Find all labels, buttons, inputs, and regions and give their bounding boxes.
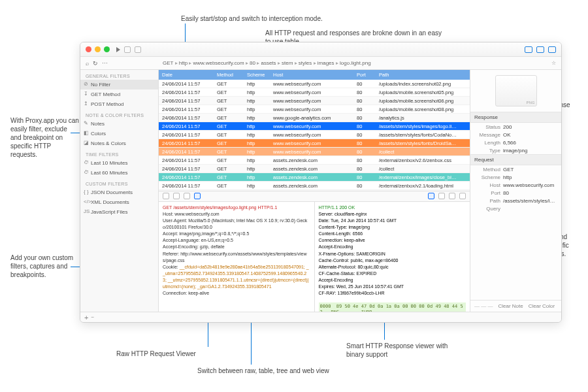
play-button[interactable] <box>116 47 120 52</box>
callout-custom: Add your own custom filters, captures an… <box>10 253 79 279</box>
sidebar-item[interactable]: ⏱Last 60 Minutes <box>80 168 158 178</box>
filter-icon: ✎ <box>84 120 88 126</box>
more-icon[interactable]: ⋯ <box>102 60 108 67</box>
callout-startstop: Easily start/stop and switch to intercep… <box>181 14 351 23</box>
filter-icon: ⏱ <box>84 159 89 165</box>
inspector-kv: Hostwww.websecurify.com <box>470 181 561 189</box>
layout-button-3[interactable] <box>548 46 556 53</box>
filter-icon: ◪ <box>84 140 89 146</box>
table-row[interactable]: 24/06/2014 11:57GEThttpwww.websecurify.c… <box>159 88 470 97</box>
filter-icon: ↧ <box>84 91 88 97</box>
sidebar-item[interactable]: ◪Notes & Colors <box>80 139 158 148</box>
inspector-section-response: Response <box>470 112 561 123</box>
column-header[interactable]: Host <box>270 70 353 80</box>
inspector-kv: Status200 <box>470 123 561 131</box>
clear-color-button[interactable]: Clear Color <box>529 303 555 309</box>
view-mode-tree-right[interactable] <box>449 193 455 199</box>
column-header[interactable]: Date <box>159 70 214 80</box>
layout-button-1[interactable] <box>525 46 532 53</box>
callout-viewswitch: Switch between raw, table, tree and web … <box>197 367 354 375</box>
view-mode-raw-right[interactable] <box>428 193 434 199</box>
table-row[interactable]: 24/06/2014 11:57GEThttpwww.websecurify.c… <box>159 122 470 131</box>
view-mode-raw[interactable] <box>194 193 201 199</box>
remove-filter-button[interactable]: − <box>91 314 94 320</box>
inspector-kv: Length6,566 <box>470 139 561 146</box>
response-thumbnail <box>495 75 537 106</box>
view-mode-tree[interactable] <box>173 193 180 199</box>
inspector-kv: Schemehttp <box>470 173 561 181</box>
statusbar: + − <box>80 312 561 322</box>
traffic-lights[interactable] <box>86 46 110 52</box>
inspector-section-request: Request <box>470 154 561 165</box>
hex-dump: 0000 89 50 4e 47 0d 0a 1a 0a 00 00 00 0d… <box>319 302 466 312</box>
callout-filter: With Proxy.app you can easily filter, ex… <box>10 116 79 159</box>
sidebar: GENERAL FILTERS⊘No Filter↧GET Method↥POS… <box>80 70 159 312</box>
callout-smartresp: Smart HTTP Response viewer with binary s… <box>346 342 464 359</box>
sidebar-item[interactable]: JSJavaScript Files <box>80 207 158 217</box>
add-filter-button[interactable]: + <box>84 314 88 321</box>
sidebar-item[interactable]: ◧Colors <box>80 129 158 139</box>
search-icon[interactable]: ⌕ <box>86 60 89 67</box>
inspector-panel: Response Status200MessageOKLength6,566Ty… <box>470 70 561 312</box>
filter-icon: ⏱ <box>84 169 89 175</box>
raw-response-pane[interactable]: HTTP/1.1 200 OK Server: cloudflare-nginx… <box>315 202 470 312</box>
inspector-kv: Path/assets/stem/styles/i… <box>470 197 561 204</box>
table-row[interactable]: 24/06/2014 11:57GEThttpwww.websecurify.c… <box>159 97 470 105</box>
view-mode-bar <box>159 191 470 202</box>
sidebar-item[interactable]: { }JSON Documents <box>80 188 158 197</box>
view-mode-table-right[interactable] <box>438 193 445 199</box>
filter-icon: ⊘ <box>84 81 88 87</box>
inspector-kv: Port80 <box>470 189 561 197</box>
sidebar-item[interactable]: </>XML Documents <box>80 197 158 207</box>
intercept-button[interactable] <box>135 46 141 53</box>
sidebar-group-title: TIME FILTERS <box>80 148 158 158</box>
table-row[interactable]: 24/06/2014 11:57GEThttpwww.websecurify.c… <box>159 139 470 148</box>
column-header[interactable]: Scheme <box>244 70 270 80</box>
sidebar-item[interactable]: ↥POST Method <box>80 99 158 109</box>
inspector-kv: Query <box>470 204 561 212</box>
breadcrumb[interactable]: GEThttpwww.websecurify.com80assetsstemst… <box>159 60 470 66</box>
close-icon[interactable] <box>86 46 91 52</box>
filter-icon: ↥ <box>84 101 88 106</box>
star-icon[interactable]: ☆ <box>470 60 561 66</box>
loop-icon[interactable]: ↻ <box>93 60 98 67</box>
sidebar-item[interactable]: ✎Notes <box>80 119 158 129</box>
column-header[interactable]: Method <box>214 70 244 80</box>
requests-table[interactable]: DateMethodSchemeHostPortPath 24/06/2014 … <box>159 70 470 191</box>
titlebar <box>80 42 561 57</box>
view-mode-web[interactable] <box>163 193 169 199</box>
sidebar-group-title: GENERAL FILTERS <box>80 70 158 80</box>
table-row[interactable]: 24/06/2014 11:57GEThttpwww.google-analyt… <box>159 114 470 122</box>
sidebar-item[interactable]: ⏱Last 10 Minutes <box>80 158 158 168</box>
clear-note-button[interactable]: Clear Note <box>498 303 523 309</box>
raw-request-pane[interactable]: GET /assets/stem/styles/images/logo.ligh… <box>159 202 315 312</box>
inspector-kv: MethodGET <box>470 165 561 173</box>
layout-button-2[interactable] <box>536 46 544 53</box>
sidebar-group-title: CUSTOM FILTERS <box>80 178 158 188</box>
table-row[interactable]: 24/06/2014 11:57GEThttpwww.websecurify.c… <box>159 131 470 139</box>
callout-rawreq: Raw HTTP Request Viewer <box>116 350 196 358</box>
table-row[interactable]: 24/06/2014 11:57GEThttpwww.websecurify.c… <box>159 80 470 88</box>
view-mode-web-right[interactable] <box>459 193 466 199</box>
filter-icon: </> <box>84 199 91 204</box>
sidebar-item[interactable]: ⊘No Filter <box>80 80 158 90</box>
filter-icon: ◧ <box>84 130 89 136</box>
inspector-kv: MessageOK <box>470 131 561 139</box>
table-row[interactable]: 24/06/2014 11:57GEThttpassets.zendesk.co… <box>159 182 470 190</box>
table-row[interactable]: 24/06/2014 11:57GEThttpwww.websecurify.c… <box>159 105 470 114</box>
secondbar: ⌕ ↻ ⋯ GEThttpwww.websecurify.com80assets… <box>80 57 561 70</box>
table-row[interactable]: 24/06/2014 11:57GEThttpwww.websecurify.c… <box>159 148 470 156</box>
table-row[interactable]: 24/06/2014 11:57GEThttpassets.zendesk.co… <box>159 165 470 173</box>
view-mode-table[interactable] <box>184 193 190 199</box>
table-row[interactable]: 24/06/2014 11:57GEThttpassets.zendesk.co… <box>159 173 470 182</box>
record-button[interactable] <box>124 46 131 53</box>
detail-split: GET /assets/stem/styles/images/logo.ligh… <box>159 202 470 312</box>
filter-icon: JS <box>84 208 90 214</box>
sidebar-item[interactable]: ↧GET Method <box>80 90 158 99</box>
maximize-icon[interactable] <box>104 46 110 52</box>
column-header[interactable]: Port <box>353 70 376 80</box>
table-row[interactable]: 24/06/2014 11:57GEThttpassets.zendesk.co… <box>159 156 470 165</box>
inspector-footer: — — — Clear Note Clear Color <box>470 300 561 312</box>
minimize-icon[interactable] <box>95 46 101 52</box>
column-header[interactable]: Path <box>376 70 470 80</box>
